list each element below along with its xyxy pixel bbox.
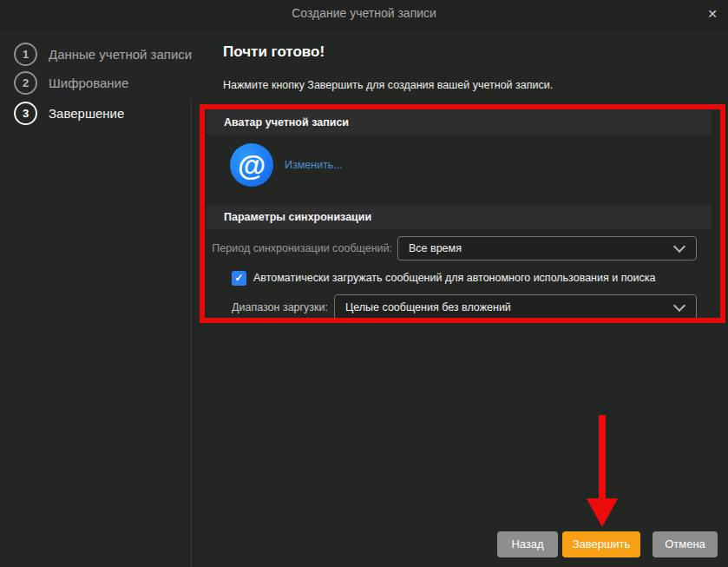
auto-download-checkbox[interactable]: ✓ <box>232 271 246 286</box>
auto-download-label: Автоматически загружать сообщений для ав… <box>253 272 655 284</box>
at-sign-icon: @ <box>238 151 266 180</box>
step-3-circle: 3 <box>14 102 37 125</box>
page-subtitle: Нажмите кнопку Завершить для создания ва… <box>223 79 553 91</box>
arrow-down-annotation <box>573 408 633 534</box>
titlebar: Создание учетной записи <box>0 0 728 31</box>
step-account-data[interactable]: 1 Данные учетной записи <box>5 42 192 66</box>
download-range-label: Диапазон заргузки: <box>207 301 328 313</box>
sync-period-label: Период синхронизации сообщений: <box>207 242 392 254</box>
page-title: Почти готово! <box>223 43 325 61</box>
account-avatar[interactable]: @ <box>230 143 273 187</box>
chevron-down-icon <box>673 299 685 311</box>
avatar-section-header: Аватар учетной записи <box>207 110 712 135</box>
account-creation-dialog: Создание учетной записи ✕ 1 Данные учетн… <box>0 0 728 567</box>
close-icon[interactable]: ✕ <box>704 5 721 23</box>
sidebar-divider <box>191 99 192 567</box>
sync-section-header: Параметры синхронизации <box>207 205 712 229</box>
step-2-circle: 2 <box>14 71 37 95</box>
dialog-title: Создание учетной записи <box>0 0 728 27</box>
step-encryption[interactable]: 2 Шифрование <box>5 70 128 95</box>
sync-period-value: Все время <box>409 242 462 254</box>
chevron-down-icon <box>673 241 685 253</box>
step-2-label: Шифрование <box>49 76 128 90</box>
back-button[interactable]: Назад <box>497 531 558 557</box>
step-completion[interactable]: 3 Завершение <box>5 101 124 125</box>
change-avatar-link[interactable]: Изменить... <box>285 159 343 171</box>
sync-period-select[interactable]: Все время <box>397 236 697 260</box>
cancel-button[interactable]: Отмена <box>653 531 718 557</box>
checkmark-icon: ✓ <box>234 272 243 284</box>
download-range-select[interactable]: Целые сообщения без вложений <box>334 294 697 320</box>
download-range-value: Целые сообщения без вложений <box>345 301 511 313</box>
step-1-label: Данные учетной записи <box>49 47 192 62</box>
finish-button[interactable]: Завершить <box>562 531 640 557</box>
step-3-label: Завершение <box>49 106 124 121</box>
step-1-circle: 1 <box>14 43 37 66</box>
